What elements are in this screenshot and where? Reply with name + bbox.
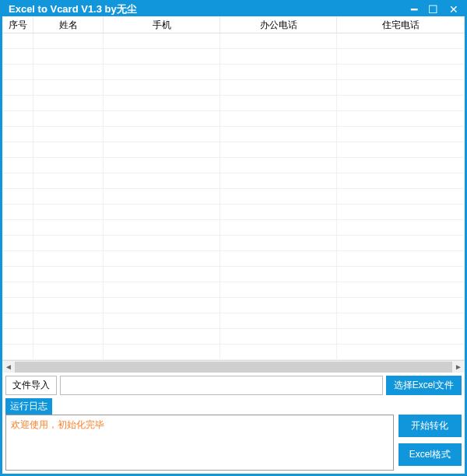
table-cell[interactable] [337, 142, 465, 157]
table-cell[interactable] [2, 267, 33, 282]
horizontal-scrollbar[interactable]: ◄ ► [2, 360, 465, 373]
table-cell[interactable] [33, 298, 104, 313]
table-cell[interactable] [2, 251, 33, 266]
table-cell[interactable] [104, 158, 220, 173]
table-cell[interactable] [220, 33, 337, 48]
table-cell[interactable] [104, 96, 220, 110]
table-cell[interactable] [33, 189, 104, 204]
data-grid[interactable]: 序号 姓名 手机 办公电话 住宅电话 ◄ ► [2, 16, 465, 373]
table-cell[interactable] [33, 329, 104, 344]
table-cell[interactable] [104, 189, 220, 204]
table-cell[interactable] [337, 329, 465, 344]
table-cell[interactable] [220, 313, 337, 328]
table-cell[interactable] [104, 329, 220, 344]
col-header-mobile[interactable]: 手机 [104, 16, 220, 33]
table-cell[interactable] [33, 282, 104, 297]
table-cell[interactable] [104, 267, 220, 282]
table-row[interactable] [2, 329, 465, 345]
table-cell[interactable] [2, 65, 33, 79]
table-cell[interactable] [33, 267, 104, 282]
table-cell[interactable] [33, 111, 104, 126]
table-cell[interactable] [33, 220, 104, 235]
table-cell[interactable] [2, 313, 33, 328]
table-cell[interactable] [2, 345, 33, 359]
table-cell[interactable] [104, 205, 220, 219]
table-row[interactable] [2, 267, 465, 282]
table-cell[interactable] [337, 111, 465, 126]
table-cell[interactable] [2, 142, 33, 157]
start-convert-button[interactable]: 开始转化 [399, 415, 462, 437]
table-cell[interactable] [2, 158, 33, 173]
table-cell[interactable] [337, 96, 465, 110]
table-cell[interactable] [2, 205, 33, 219]
table-cell[interactable] [220, 236, 337, 250]
table-cell[interactable] [337, 345, 465, 359]
table-cell[interactable] [220, 80, 337, 95]
table-cell[interactable] [220, 220, 337, 235]
table-cell[interactable] [33, 49, 104, 64]
table-row[interactable] [2, 96, 465, 111]
table-cell[interactable] [337, 80, 465, 95]
table-cell[interactable] [33, 173, 104, 188]
table-cell[interactable] [33, 33, 104, 48]
table-cell[interactable] [104, 127, 220, 142]
table-cell[interactable] [220, 251, 337, 266]
table-cell[interactable] [220, 96, 337, 110]
table-cell[interactable] [337, 189, 465, 204]
table-cell[interactable] [337, 33, 465, 48]
table-row[interactable] [2, 65, 465, 80]
table-row[interactable] [2, 173, 465, 189]
table-cell[interactable] [2, 49, 33, 64]
table-cell[interactable] [337, 127, 465, 142]
table-cell[interactable] [220, 142, 337, 157]
table-cell[interactable] [104, 251, 220, 266]
table-cell[interactable] [33, 96, 104, 110]
excel-format-button[interactable]: Excel格式 [399, 443, 462, 466]
table-cell[interactable] [337, 313, 465, 328]
table-row[interactable] [2, 205, 465, 220]
table-cell[interactable] [104, 298, 220, 313]
table-row[interactable] [2, 142, 465, 158]
table-cell[interactable] [337, 236, 465, 250]
table-cell[interactable] [337, 65, 465, 79]
scroll-track[interactable] [15, 362, 452, 373]
table-cell[interactable] [33, 251, 104, 266]
table-cell[interactable] [33, 236, 104, 250]
table-cell[interactable] [2, 298, 33, 313]
table-cell[interactable] [220, 329, 337, 344]
table-cell[interactable] [2, 236, 33, 250]
table-row[interactable] [2, 49, 465, 65]
scroll-thumb[interactable] [15, 362, 452, 373]
table-cell[interactable] [104, 142, 220, 157]
table-row[interactable] [2, 345, 465, 360]
table-cell[interactable] [104, 80, 220, 95]
maximize-button[interactable]: ☐ [428, 4, 438, 15]
table-cell[interactable] [220, 267, 337, 282]
table-cell[interactable] [337, 251, 465, 266]
table-cell[interactable] [337, 282, 465, 297]
table-row[interactable] [2, 236, 465, 251]
table-cell[interactable] [33, 205, 104, 219]
table-cell[interactable] [220, 282, 337, 297]
table-cell[interactable] [33, 345, 104, 359]
table-cell[interactable] [2, 33, 33, 48]
table-cell[interactable] [104, 65, 220, 79]
table-row[interactable] [2, 158, 465, 173]
table-cell[interactable] [337, 49, 465, 64]
table-cell[interactable] [2, 111, 33, 126]
table-cell[interactable] [2, 282, 33, 297]
grid-body[interactable] [2, 33, 465, 360]
table-cell[interactable] [104, 345, 220, 359]
scroll-left-icon[interactable]: ◄ [2, 361, 15, 373]
table-cell[interactable] [220, 158, 337, 173]
table-cell[interactable] [220, 127, 337, 142]
table-cell[interactable] [337, 298, 465, 313]
table-cell[interactable] [104, 313, 220, 328]
table-row[interactable] [2, 189, 465, 205]
table-cell[interactable] [220, 111, 337, 126]
table-row[interactable] [2, 298, 465, 313]
table-row[interactable] [2, 220, 465, 236]
table-cell[interactable] [220, 205, 337, 219]
table-cell[interactable] [33, 158, 104, 173]
table-row[interactable] [2, 111, 465, 127]
